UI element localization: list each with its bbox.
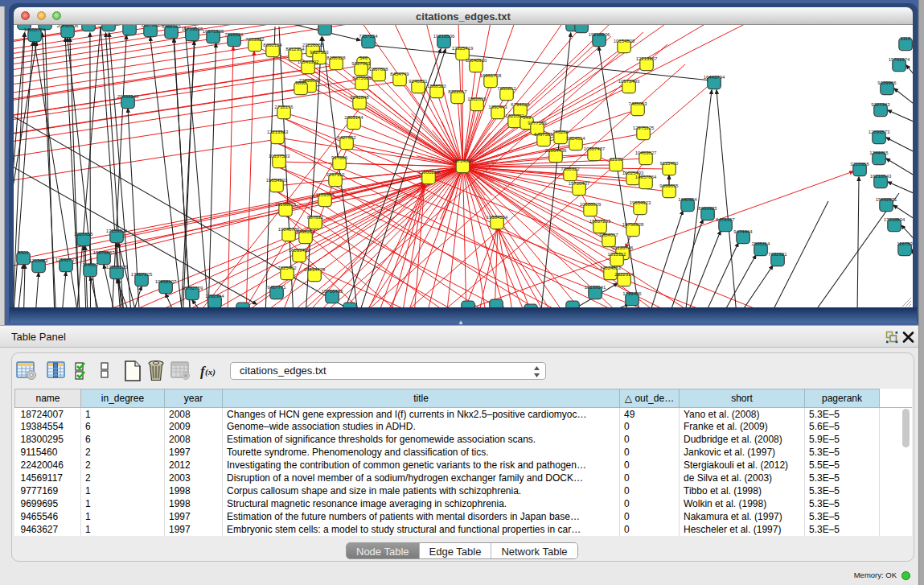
svg-text:16782759: 16782759 [182, 286, 203, 290]
svg-text:12093573: 12093573 [869, 130, 890, 134]
svg-text:1015112: 1015112 [608, 252, 627, 257]
svg-text:23226058: 23226058 [302, 43, 324, 47]
svg-text:15300213: 15300213 [418, 170, 440, 175]
svg-text:18756928: 18756928 [622, 222, 644, 227]
svg-text:16443794: 16443794 [704, 75, 725, 80]
svg-text:10688609: 10688609 [580, 202, 602, 207]
svg-text:9146821: 9146821 [409, 79, 428, 84]
svg-text:10154808: 10154808 [614, 39, 635, 43]
svg-text:17957225: 17957225 [131, 272, 153, 277]
svg-text:15692971: 15692971 [876, 197, 897, 202]
svg-text:2935114: 2935114 [752, 241, 771, 246]
svg-text:114519: 114519 [82, 262, 98, 267]
svg-text:8454749: 8454749 [390, 72, 409, 76]
svg-text:10807487: 10807487 [584, 146, 606, 151]
svg-text:9115460: 9115460 [660, 161, 680, 166]
svg-text:1733426: 1733426 [622, 291, 642, 296]
svg-text:19975887: 19975887 [93, 250, 115, 255]
svg-text:8322017: 8322017 [448, 89, 467, 94]
svg-text:9777169: 9777169 [528, 121, 547, 126]
svg-text:3267110: 3267110 [326, 172, 346, 177]
svg-text:7625402: 7625402 [277, 266, 297, 270]
svg-text:5498222: 5498222 [296, 229, 315, 234]
svg-text:62160: 62160 [610, 157, 623, 162]
svg-text:10973493: 10973493 [618, 79, 640, 84]
svg-text:14524851: 14524851 [600, 266, 622, 270]
svg-text:8375685: 8375685 [352, 76, 372, 80]
svg-text:2020655: 2020655 [74, 232, 93, 237]
svg-text:12942737: 12942737 [55, 257, 77, 262]
svg-text:10719155: 10719155 [182, 27, 203, 31]
svg-text:7357224: 7357224 [359, 34, 378, 39]
svg-text:16671355: 16671355 [203, 29, 224, 34]
svg-text:10107553: 10107553 [269, 154, 290, 159]
svg-text:15139141: 15139141 [585, 285, 606, 290]
svg-text:19218506: 19218506 [589, 32, 610, 37]
svg-text:546: 546 [359, 56, 368, 60]
svg-text:2718176: 2718176 [274, 105, 294, 109]
svg-text:20053346: 20053346 [117, 94, 139, 99]
svg-text:1112: 1112 [901, 36, 911, 41]
svg-text:9242848: 9242848 [350, 95, 369, 100]
svg-text:12975125: 12975125 [633, 126, 655, 130]
svg-text:1527602: 1527602 [141, 25, 160, 27]
svg-text:1153594: 1153594 [316, 192, 335, 197]
svg-text:746266: 746266 [552, 130, 569, 134]
svg-text:15720407: 15720407 [569, 181, 590, 186]
svg-text:116753: 116753 [897, 241, 913, 246]
svg-text:17010504: 17010504 [884, 217, 906, 222]
svg-text:6427552: 6427552 [337, 135, 356, 140]
svg-text:12213363: 12213363 [267, 130, 289, 134]
svg-text:9327503: 9327503 [351, 61, 371, 66]
svg-text:16961758: 16961758 [480, 73, 502, 78]
svg-text:19384554: 19384554 [487, 215, 508, 220]
svg-text:9227343: 9227343 [871, 102, 890, 107]
svg-text:6479197: 6479197 [716, 217, 735, 222]
svg-text:(x): (x) [205, 367, 216, 377]
svg-text:19218506: 19218506 [433, 34, 455, 39]
svg-text:1588520: 1588520 [427, 84, 446, 89]
svg-text:16033809: 16033809 [314, 25, 336, 26]
svg-text:9699695: 9699695 [659, 183, 679, 188]
svg-text:7515526: 7515526 [224, 32, 244, 37]
svg-text:2867608: 2867608 [369, 67, 388, 72]
svg-text:19166825: 19166825 [275, 202, 297, 207]
svg-text:21364436: 21364436 [545, 148, 567, 153]
svg-text:1562615: 1562615 [467, 97, 487, 101]
svg-text:9129966: 9129966 [877, 80, 897, 85]
svg-text:9457771: 9457771 [267, 285, 286, 290]
svg-text:16914479: 16914479 [304, 267, 326, 272]
svg-text:19654933: 19654933 [266, 178, 288, 183]
svg-text:7955812: 7955812 [497, 86, 516, 91]
svg-text:16099489: 16099489 [289, 248, 310, 253]
svg-text:7632621: 7632621 [768, 252, 787, 257]
svg-text:6466160: 6466160 [162, 25, 181, 29]
svg-text:8501: 8501 [18, 250, 29, 255]
svg-text:13325419: 13325419 [452, 46, 474, 51]
svg-text:8660124: 8660124 [263, 43, 282, 47]
svg-text:1215682: 1215682 [29, 258, 48, 263]
svg-text:9884067: 9884067 [599, 233, 618, 237]
svg-text:8933925: 8933925 [698, 206, 717, 211]
svg-text:12505135: 12505135 [106, 265, 128, 270]
svg-text:12213967: 12213967 [636, 56, 658, 61]
svg-text:14957864: 14957864 [635, 175, 657, 179]
svg-text:1244415: 1244415 [869, 150, 889, 155]
svg-text:10653267: 10653267 [119, 25, 141, 26]
svg-text:149: 149 [523, 115, 532, 120]
svg-text:10120746: 10120746 [612, 245, 634, 250]
svg-text:3824514: 3824514 [566, 136, 585, 141]
svg-text:10463627: 10463627 [635, 150, 657, 155]
svg-text:15716485: 15716485 [322, 289, 343, 294]
svg-text:10958107: 10958107 [155, 279, 177, 284]
svg-text:2803144: 2803144 [344, 115, 363, 120]
svg-text:20891406: 20891406 [57, 25, 79, 28]
svg-text:1990443: 1990443 [488, 105, 507, 109]
svg-text:9474444: 9474444 [733, 229, 753, 234]
svg-text:9890: 9890 [295, 80, 306, 85]
svg-text:17159924: 17159924 [106, 229, 128, 233]
svg-text:1292344: 1292344 [205, 294, 224, 299]
svg-text:14055724: 14055724 [24, 27, 46, 32]
svg-text:8186328: 8186328 [326, 56, 346, 60]
svg-text:6794028: 6794028 [511, 102, 530, 107]
